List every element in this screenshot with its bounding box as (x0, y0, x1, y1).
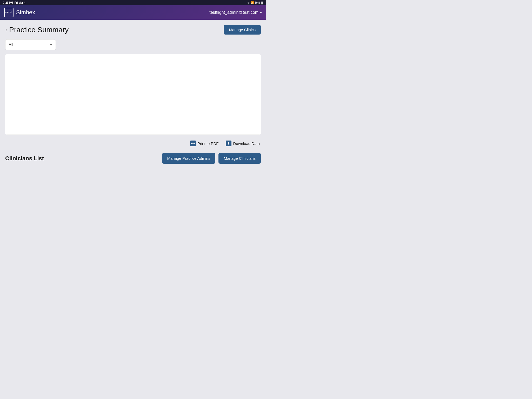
page-title-row: ‹ Practice Summary Manage Clinics (5, 25, 261, 35)
chart-bottom-line (5, 135, 261, 135)
status-bar: 3:26 PM Fri Mar 4 ✈ 📶 59% ▓ (0, 0, 266, 5)
download-icon-symbol: ⬇ (227, 142, 230, 145)
pdf-icon: PDF (190, 141, 196, 146)
pdf-icon-symbol: PDF (191, 142, 195, 145)
back-button[interactable]: ‹ (5, 26, 7, 33)
clinicians-buttons: Manage Practice Admins Manage Clinicians (162, 153, 261, 164)
app-title: Simbex (16, 9, 35, 16)
header-left: OPOS¹ Simbex (4, 8, 35, 17)
download-data-label: Download Data (233, 141, 260, 146)
status-time: 3:26 PM (3, 1, 13, 4)
chart-container (5, 54, 261, 135)
filter-row: All ▼ (5, 39, 261, 50)
header: OPOS¹ Simbex testflight_admin@test.com ▾ (0, 5, 266, 20)
page-title: Practice Summary (9, 26, 69, 34)
user-email: testflight_admin@test.com (209, 10, 258, 15)
print-to-pdf-button[interactable]: PDF Print to PDF (189, 139, 220, 148)
clinicians-list-title: Clinicians List (5, 155, 44, 162)
status-icons: ✈ 📶 59% ▓ (248, 1, 263, 4)
page-title-left: ‹ Practice Summary (5, 26, 69, 34)
status-bar-left: 3:26 PM Fri Mar 4 (3, 1, 25, 4)
logo-text: OPOS¹ (5, 11, 12, 14)
download-icon: ⬇ (226, 141, 231, 146)
header-right[interactable]: testflight_admin@test.com ▾ (209, 10, 262, 15)
logo-box: OPOS¹ (4, 8, 14, 17)
battery-level: 59% (255, 1, 260, 4)
manage-clinics-button[interactable]: Manage Clinics (224, 25, 261, 35)
filter-select[interactable]: All (5, 39, 56, 50)
status-date: Fri Mar 4 (15, 1, 25, 4)
clinicians-section: Clinicians List Manage Practice Admins M… (5, 153, 261, 164)
status-bar-right: ✈ 📶 59% ▓ (248, 1, 263, 4)
battery-icon: ▓ (261, 1, 263, 4)
manage-practice-admins-button[interactable]: Manage Practice Admins (162, 153, 216, 164)
download-data-button[interactable]: ⬇ Download Data (225, 139, 261, 148)
main-content: ‹ Practice Summary Manage Clinics All ▼ … (0, 20, 266, 200)
print-to-pdf-label: Print to PDF (197, 141, 219, 146)
action-row: PDF Print to PDF ⬇ Download Data (5, 139, 261, 148)
filter-select-wrapper[interactable]: All ▼ (5, 39, 56, 50)
airplane-icon: ✈ (248, 1, 250, 4)
wifi-icon: 📶 (251, 1, 254, 4)
manage-clinicians-button[interactable]: Manage Clinicians (218, 153, 261, 164)
user-dropdown-arrow[interactable]: ▾ (260, 10, 262, 15)
